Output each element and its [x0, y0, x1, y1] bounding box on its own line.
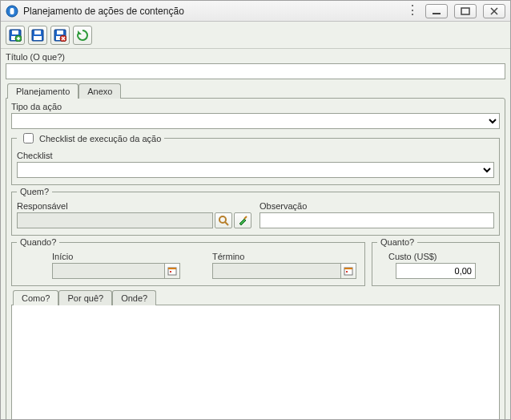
checklist-checkbox[interactable] [23, 133, 34, 143]
checklist-select-group: Checklist [17, 151, 494, 178]
responsavel-search-button[interactable] [215, 212, 232, 228]
titulo-input[interactable] [6, 63, 505, 79]
responsavel-group: Responsável [17, 201, 251, 228]
tab-anexo[interactable]: Anexo [78, 83, 121, 99]
quem-legend: Quem? [17, 187, 52, 196]
content-area: Título (O que?) Planejamento Anexo Tipo … [1, 49, 510, 419]
svg-rect-20 [344, 268, 352, 269]
titlebar-menu-icon[interactable]: ⋮ [406, 4, 419, 18]
titulo-label: Título (O que?) [6, 52, 505, 62]
titlebar: Planejamento de ações de contenção ⋮ [1, 1, 510, 22]
observacao-group: Observação [260, 201, 494, 228]
svg-rect-3 [461, 8, 469, 14]
tab-planejamento-panel: Tipo da ação Checklist de execução da aç… [6, 98, 505, 419]
svg-rect-18 [170, 271, 171, 273]
svg-point-15 [219, 216, 226, 223]
observacao-label: Observação [260, 201, 494, 211]
inicio-label: Início [20, 252, 180, 261]
main-tabs-container: Planejamento Anexo Tipo da ação [6, 83, 505, 419]
main-tabs: Planejamento Anexo [6, 83, 505, 98]
checklist-legend: Checklist de execução da ação [17, 131, 164, 146]
termino-label: Término [196, 252, 356, 261]
checklist-fieldset: Checklist de execução da ação Checklist [11, 131, 500, 185]
tipo-acao-select[interactable] [11, 113, 500, 129]
termino-input[interactable] [212, 263, 356, 279]
termino-calendar-button[interactable] [340, 263, 356, 279]
window-minimize-button[interactable] [425, 4, 448, 18]
broom-icon [237, 215, 248, 226]
responsavel-clear-button[interactable] [234, 212, 251, 228]
tipo-acao-label: Tipo da ação [11, 102, 500, 111]
app-icon [6, 5, 18, 18]
window-maximize-button[interactable] [454, 4, 477, 18]
refresh-button[interactable] [73, 26, 92, 45]
tab-planejamento[interactable]: Planejamento [7, 83, 78, 99]
titulo-field-group: Título (O que?) [6, 52, 505, 79]
svg-rect-21 [346, 271, 348, 273]
svg-rect-13 [57, 30, 63, 34]
termino-group: Término [196, 252, 356, 279]
checklist-select[interactable] [17, 162, 494, 178]
save-and-new-button[interactable] [6, 26, 25, 45]
tab-como-panel [11, 305, 500, 419]
window-close-button[interactable] [483, 4, 505, 18]
delete-button[interactable] [50, 26, 70, 45]
custo-label: Custo (US$) [380, 252, 437, 261]
app-window: Planejamento de ações de contenção ⋮ [0, 0, 511, 420]
tab-como[interactable]: Como? [13, 290, 58, 305]
tab-porque[interactable]: Por quê? [58, 290, 112, 305]
svg-rect-10 [34, 30, 41, 34]
checklist-label: Checklist [17, 151, 494, 160]
toolbar [1, 22, 510, 49]
como-textarea[interactable] [12, 305, 499, 419]
svg-rect-9 [34, 36, 42, 40]
search-icon [218, 215, 229, 226]
tab-onde[interactable]: Onde? [112, 290, 156, 305]
checklist-checkbox-label: Checklist de execução da ação [39, 134, 161, 143]
inicio-calendar-button[interactable] [164, 263, 180, 279]
detail-tabs-container: Como? Por quê? Onde? [11, 289, 500, 419]
inicio-group: Início [20, 252, 180, 279]
calendar-icon [344, 266, 353, 276]
quando-fieldset: Quando? Início [11, 237, 365, 286]
custo-input[interactable] [396, 263, 476, 279]
quanto-legend: Quanto? [377, 237, 417, 247]
svg-rect-2 [433, 13, 441, 14]
responsavel-input[interactable] [17, 212, 213, 228]
svg-rect-17 [168, 268, 176, 269]
inicio-input[interactable] [52, 263, 180, 279]
calendar-icon [167, 266, 177, 276]
quanto-fieldset: Quanto? Custo (US$) [372, 237, 500, 286]
tipo-acao-group: Tipo da ação [11, 102, 500, 129]
svg-rect-1 [10, 8, 14, 14]
quem-fieldset: Quem? Responsável [11, 187, 500, 236]
observacao-input[interactable] [260, 212, 494, 228]
window-title: Planejamento de ações de contenção [23, 6, 401, 17]
detail-tabs: Como? Por quê? Onde? [11, 289, 500, 305]
quando-legend: Quando? [17, 237, 59, 247]
responsavel-label: Responsável [17, 201, 251, 211]
svg-rect-6 [12, 30, 18, 34]
save-button[interactable] [28, 26, 47, 45]
